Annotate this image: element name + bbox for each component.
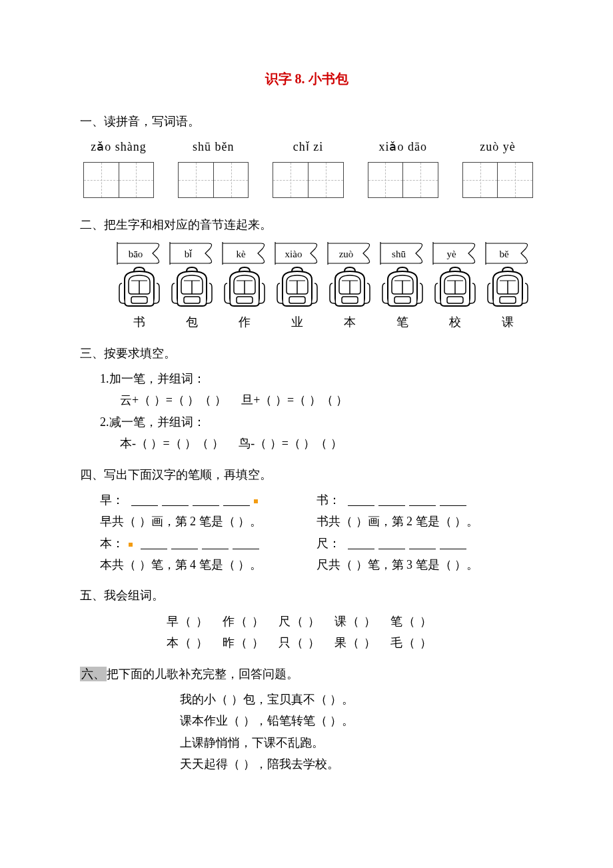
char-cell: 书 <box>113 311 165 333</box>
zuci-item[interactable]: 只（ ） <box>279 632 320 653</box>
backpack-item[interactable] <box>429 266 480 309</box>
poem-line: 上课静悄悄，下课不乱跑。 <box>80 732 533 753</box>
char-cell: 本 <box>324 311 375 333</box>
sec3-sub1: 1.加一笔，并组词： <box>80 368 533 389</box>
sec6-prefix: 六、 <box>80 667 107 681</box>
blank-group[interactable]: 旦+（ ）=（ ）（ ） <box>241 393 348 407</box>
flag-item[interactable]: xiào <box>271 242 322 265</box>
stroke-question[interactable]: 早共（ ）画，第 2 笔是（ ）。 <box>100 511 316 532</box>
backpack-icon <box>171 266 213 309</box>
stroke-question[interactable]: 本共（ ）笔，第 4 笔是（ ）。 <box>100 554 316 575</box>
sec4-row: 早： 书： <box>80 489 533 511</box>
poem-line[interactable]: 我的小（ ）包，宝贝真不（ ）。 <box>80 689 533 710</box>
backpack-icon <box>118 266 161 309</box>
stroke-label: 书： <box>316 493 340 507</box>
pinyin-item: zuò yè <box>462 136 533 157</box>
backpack-item[interactable] <box>113 266 165 309</box>
char-cell: 包 <box>166 311 217 333</box>
char-cell: 业 <box>271 311 322 333</box>
backpack-item[interactable] <box>219 266 270 309</box>
flag-label: shū <box>376 245 421 263</box>
stroke-blanks[interactable] <box>141 539 259 549</box>
blank-group[interactable]: 云+（ ）=（ ）（ ） <box>120 393 227 407</box>
svg-rect-14 <box>342 297 358 303</box>
backpack-item[interactable] <box>166 266 217 309</box>
pinyin-item: xiǎo dāo <box>368 136 438 157</box>
tianzi-box[interactable] <box>83 162 154 198</box>
blank-group[interactable]: 本-（ ）=（ ）（ ） <box>120 437 224 450</box>
backpack-icon <box>276 266 318 309</box>
flag-label: yè <box>429 245 474 263</box>
zuci-item[interactable]: 作（ ） <box>223 611 265 632</box>
flag-label: xiào <box>271 245 316 263</box>
flag-item[interactable]: bě <box>482 242 533 265</box>
zuci-item[interactable]: 毛（ ） <box>390 632 432 653</box>
sec4-row: 本共（ ）笔，第 4 笔是（ ）。 尺共（ ）笔，第 3 笔是（ ）。 <box>80 554 533 575</box>
svg-rect-2 <box>131 297 147 303</box>
stroke-label: 早： <box>100 493 124 507</box>
char-cell: 笔 <box>376 311 428 333</box>
zuci-item[interactable]: 课（ ） <box>334 611 376 632</box>
pinyin-item: chǐ zi <box>273 136 343 157</box>
zuci-item[interactable]: 早（ ） <box>167 611 209 632</box>
backpack-icon <box>223 266 266 309</box>
pinyin-item: zǎo shàng <box>83 136 154 157</box>
backpack-item[interactable] <box>482 266 533 309</box>
svg-rect-20 <box>447 297 463 303</box>
backpack-icon <box>434 266 476 309</box>
tianzi-box[interactable] <box>462 162 533 198</box>
flag-label: bě <box>482 245 526 263</box>
sec4-row: 本： 尺： <box>80 533 533 554</box>
flag-item[interactable]: kè <box>219 242 270 265</box>
flag-item[interactable]: bǐ <box>166 242 217 265</box>
zuci-item[interactable]: 本（ ） <box>167 632 209 653</box>
pinyin-item: shū běn <box>178 136 249 157</box>
flag-label: bǐ <box>166 245 211 263</box>
char-cell: 课 <box>482 311 533 333</box>
blank-group[interactable]: 鸟-（ ）=（ ）（ ） <box>239 437 342 450</box>
tianzi-box[interactable] <box>273 162 343 198</box>
flag-item[interactable]: bāo <box>113 242 165 265</box>
stroke-blanks[interactable] <box>348 539 466 549</box>
stroke-label: 尺： <box>316 537 340 550</box>
poem-line[interactable]: 天天起得（ ），陪我去学校。 <box>80 753 533 775</box>
tianzi-box[interactable] <box>368 162 438 198</box>
backpack-icon <box>381 266 424 309</box>
zuci-row: 本（ ） 昨（ ） 只（ ） 果（ ） 毛（ ） <box>80 632 533 653</box>
stroke-blanks[interactable] <box>348 496 466 506</box>
sec3-line: 本-（ ）=（ ）（ ） 鸟-（ ）=（ ）（ ） <box>80 433 533 454</box>
char-row: 书 包 作 业 本 笔 校 课 <box>113 311 533 333</box>
svg-rect-17 <box>394 297 410 303</box>
page-title: 识字 8. 小书包 <box>80 67 533 91</box>
poem-line[interactable]: 课本作业（ ），铅笔转笔（ ）。 <box>80 710 533 731</box>
backpack-item[interactable] <box>271 266 322 309</box>
marker-dot-icon <box>129 543 133 547</box>
flag-item[interactable]: yè <box>429 242 480 265</box>
flag-item[interactable]: zuò <box>324 242 375 265</box>
stroke-question[interactable]: 尺共（ ）笔，第 3 笔是（ ）。 <box>316 554 533 575</box>
marker-dot-icon <box>254 499 258 503</box>
flag-label: bāo <box>113 245 158 263</box>
zuci-item[interactable]: 果（ ） <box>334 632 376 653</box>
svg-rect-5 <box>184 297 200 303</box>
backpack-icon <box>328 266 371 309</box>
char-cell: 校 <box>429 311 480 333</box>
sec1-heading: 一、读拼音，写词语。 <box>80 111 533 132</box>
backpack-item[interactable] <box>376 266 428 309</box>
zuci-item[interactable]: 尺（ ） <box>279 611 320 632</box>
stroke-question[interactable]: 书共（ ）画，第 2 笔是（ ）。 <box>316 511 533 532</box>
backpack-item[interactable] <box>324 266 375 309</box>
zuci-item[interactable]: 昨（ ） <box>223 632 265 653</box>
flag-row: bāo bǐ kè xiào zuò shū yè bě <box>113 242 533 265</box>
stroke-blanks[interactable] <box>131 496 250 506</box>
zuci-item[interactable]: 笔（ ） <box>390 611 432 632</box>
sec3-sub2: 2.减一笔，并组词： <box>80 411 533 433</box>
flag-item[interactable]: shū <box>376 242 428 265</box>
stroke-label: 本： <box>100 537 124 550</box>
zuci-row: 早（ ） 作（ ） 尺（ ） 课（ ） 笔（ ） <box>80 611 533 632</box>
tianzi-row <box>80 162 533 198</box>
sec3-line: 云+（ ）=（ ）（ ） 旦+（ ）=（ ）（ ） <box>80 389 533 411</box>
svg-rect-8 <box>237 297 253 303</box>
tianzi-box[interactable] <box>178 162 249 198</box>
sec6-heading: 六、把下面的儿歌补充完整，回答问题。 <box>80 663 533 685</box>
